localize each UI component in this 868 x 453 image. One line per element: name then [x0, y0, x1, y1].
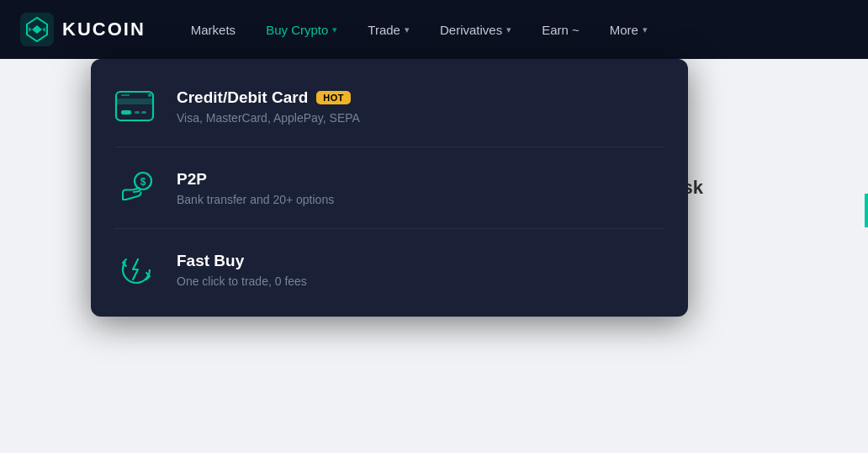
- fast-buy-content: Fast Buy One click to trade, 0 fees: [177, 252, 307, 288]
- credit-card-icon: [114, 84, 158, 128]
- nav-item-markets[interactable]: Markets: [176, 0, 251, 59]
- divider-1: [114, 147, 664, 147]
- buy-crypto-dropdown: Credit/Debit Card HOT Visa, MasterCard, …: [91, 59, 688, 317]
- svg-rect-1: [116, 92, 153, 120]
- nav-label-buy-crypto: Buy Crypto: [266, 23, 328, 37]
- logo-text: KUCOIN: [62, 19, 146, 40]
- nav-label-earn: Earn ~: [542, 23, 580, 37]
- svg-point-7: [148, 93, 151, 97]
- dropdown-panel: Credit/Debit Card HOT Visa, MasterCard, …: [91, 59, 688, 317]
- svg-text:$: $: [140, 176, 146, 188]
- p2p-subtitle: Bank transfer and 20+ options: [177, 193, 334, 206]
- p2p-title: P2P: [177, 170, 207, 189]
- teal-accent-bar: [865, 194, 868, 227]
- nav-item-trade[interactable]: Trade ▾: [352, 0, 425, 59]
- credit-card-title-row: Credit/Debit Card HOT: [177, 88, 360, 107]
- nav-items: Markets Buy Crypto ▾ Trade ▾ Derivatives…: [176, 0, 848, 59]
- nav-item-more[interactable]: More ▾: [595, 0, 663, 59]
- logo-area[interactable]: KUCOIN: [20, 13, 146, 46]
- p2p-icon: $: [114, 166, 158, 210]
- p2p-content: P2P Bank transfer and 20+ options: [177, 170, 334, 206]
- nav-item-derivatives[interactable]: Derivatives ▾: [425, 0, 527, 59]
- credit-card-content: Credit/Debit Card HOT Visa, MasterCard, …: [177, 88, 360, 125]
- kucoin-logo-icon: [20, 13, 54, 46]
- svg-rect-4: [135, 111, 140, 114]
- fast-buy-title: Fast Buy: [177, 252, 244, 270]
- buy-crypto-chevron-icon: ▾: [332, 24, 337, 35]
- fast-buy-title-row: Fast Buy: [177, 252, 307, 270]
- navbar: KUCOIN Markets Buy Crypto ▾ Trade ▾ Deri…: [0, 0, 868, 59]
- credit-card-subtitle: Visa, MasterCard, ApplePay, SEPA: [177, 111, 360, 125]
- svg-rect-3: [121, 110, 131, 115]
- nav-label-trade: Trade: [368, 23, 400, 37]
- dropdown-item-credit-card[interactable]: Credit/Debit Card HOT Visa, MasterCard, …: [91, 69, 688, 143]
- more-chevron-icon: ▾: [643, 24, 648, 35]
- svg-rect-5: [141, 111, 146, 114]
- derivatives-chevron-icon: ▾: [506, 24, 511, 35]
- dropdown-item-fast-buy[interactable]: Fast Buy One click to trade, 0 fees: [91, 232, 688, 306]
- nav-label-more: More: [610, 23, 638, 37]
- hot-badge: HOT: [316, 91, 351, 104]
- fast-buy-subtitle: One click to trade, 0 fees: [177, 274, 307, 288]
- nav-label-markets: Markets: [191, 23, 236, 37]
- fast-buy-icon: [114, 248, 158, 291]
- nav-item-earn[interactable]: Earn ~: [527, 0, 595, 59]
- dropdown-item-p2p[interactable]: $ P2P Bank transfer and 20+ options: [91, 151, 688, 225]
- credit-card-title: Credit/Debit Card: [177, 88, 308, 107]
- divider-2: [114, 228, 664, 229]
- p2p-title-row: P2P: [177, 170, 334, 189]
- nav-label-derivatives: Derivatives: [440, 23, 502, 37]
- svg-rect-2: [116, 99, 153, 104]
- nav-item-buy-crypto[interactable]: Buy Crypto ▾: [251, 0, 352, 59]
- trade-chevron-icon: ▾: [405, 24, 410, 35]
